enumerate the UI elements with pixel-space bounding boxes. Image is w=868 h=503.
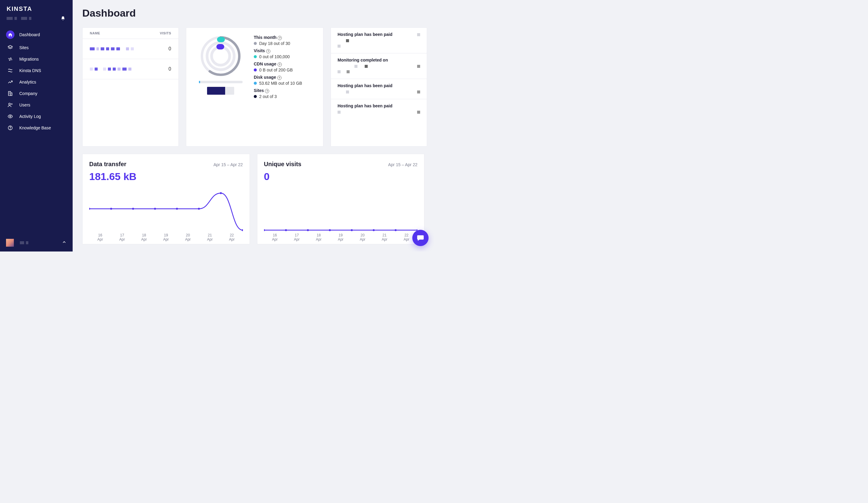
sidebar-item-company[interactable]: Company [0,88,73,99]
sidebar-footer [0,234,73,252]
data-transfer-chart: Data transfer Apr 15 – Apr 22 181.65 kB … [82,154,250,244]
sidebar-item-label: Users [19,103,30,107]
list-item[interactable]: Hosting plan has been paid [331,28,427,53]
question-circle-icon [6,125,14,131]
svg-point-23 [351,229,352,231]
svg-point-24 [373,229,374,231]
svg-point-17 [220,192,222,194]
stat-this-month: This month? Day 18 out of 30 [254,35,316,46]
svg-point-4 [10,116,11,117]
user-plus-icon [6,102,14,107]
user-name[interactable] [20,241,58,244]
transfer-icon [6,57,14,62]
sidebar-item-sites[interactable]: Sites [0,42,73,53]
col-visits: VISITS [160,31,171,35]
notifications-card: Hosting plan has been paid Monitoring co… [331,28,427,146]
svg-point-10 [211,47,230,65]
site-name-redacted [90,47,134,50]
svg-point-13 [132,208,134,209]
sidebar-item-label: Sites [19,45,29,50]
sites-card: NAME VISITS [82,28,179,146]
help-icon[interactable]: ? [278,62,282,66]
main-content: Dashboard NAME VISITS [73,0,434,252]
sidebar-item-label: Activity Log [19,114,41,119]
list-item[interactable]: Monitoring completed on [331,53,427,79]
eye-icon [6,114,14,119]
notification-text: Hosting plan has been paid [338,32,420,37]
site-visits: 0 [168,46,171,52]
sidebar-item-label: Dashboard [19,32,40,37]
chart-title: Data transfer [89,161,126,168]
building-icon [6,91,14,96]
primary-nav: Dashboard Sites Migrations Kinsta DNS [0,28,73,234]
svg-point-3 [9,103,11,105]
list-item[interactable]: Hosting plan has been paid [331,79,427,99]
sidebar-item-label: Migrations [19,57,39,62]
line-chart [89,185,243,234]
chart-range: Apr 15 – Apr 22 [388,162,417,167]
unique-visits-chart: Unique visits Apr 15 – Apr 22 0 16 Apr17… [257,154,425,244]
house-icon [6,30,14,39]
sidebar-item-analytics[interactable]: Analytics [0,76,73,88]
svg-marker-0 [8,45,13,48]
sidebar-item-label: Company [19,91,37,96]
svg-point-22 [329,229,331,231]
sidebar-item-label: Analytics [19,80,36,84]
notification-text: Hosting plan has been paid [338,83,420,88]
chart-range: Apr 15 – Apr 22 [214,162,242,167]
svg-point-12 [110,208,112,209]
stat-sites: Sites? 2 out of 3 [254,88,316,99]
table-row[interactable]: 0 [83,39,178,59]
sidebar-item-activity-log[interactable]: Activity Log [0,111,73,122]
help-icon[interactable]: ? [265,89,269,93]
radial-gauge [199,35,242,77]
svg-point-15 [176,208,178,209]
svg-point-21 [307,229,309,231]
layers-icon [6,45,14,50]
help-icon[interactable]: ? [278,36,282,40]
svg-point-16 [198,208,200,209]
list-item[interactable]: Hosting plan has been paid [331,99,427,119]
help-icon[interactable]: ? [277,76,281,80]
usage-card: This month? Day 18 out of 30 Visits? 0 o… [186,28,323,146]
svg-rect-2 [11,93,12,95]
brand-logo: KINSTA [0,0,73,13]
chat-button[interactable] [412,230,428,246]
table-row[interactable]: 0 [83,59,178,79]
svg-point-6 [10,129,10,129]
chat-icon [416,234,424,242]
sidebar-item-label: Kinsta DNS [19,68,41,73]
svg-point-18 [242,229,242,231]
sidebar-item-kinsta-dns[interactable]: Kinsta DNS [0,65,73,76]
account-identifier[interactable] [7,17,31,20]
svg-point-14 [154,208,156,209]
dns-icon [6,68,14,73]
sidebar-item-users[interactable]: Users [0,99,73,111]
sidebar-item-knowledge-base[interactable]: Knowledge Base [0,122,73,134]
line-chart [264,185,418,234]
chart-title: Unique visits [264,161,301,168]
page-title: Dashboard [82,7,424,19]
svg-point-20 [285,229,287,231]
stat-disk: Disk usage? 53.62 MB out of 10 GB [254,75,316,86]
bell-icon[interactable] [60,16,66,21]
col-name: NAME [90,31,100,35]
help-icon[interactable]: ? [266,49,270,53]
sidebar-item-dashboard[interactable]: Dashboard [0,28,73,42]
stat-cdn: CDN usage? 0 B out of 200 GB [254,62,316,72]
trending-icon [6,79,14,85]
chevron-up-icon[interactable] [62,240,66,246]
stat-visits: Visits? 0 out of 100,000 [254,48,316,59]
notification-text: Hosting plan has been paid [338,103,420,108]
chart-value: 181.65 kB [89,171,243,183]
sidebar-item-label: Knowledge Base [19,125,51,130]
sites-usage-boxes [207,87,234,95]
svg-point-25 [394,229,396,231]
svg-point-19 [264,229,265,231]
avatar[interactable] [6,239,14,247]
sidebar: KINSTA Dashboard Sites [0,0,73,252]
sidebar-item-migrations[interactable]: Migrations [0,53,73,65]
svg-point-11 [89,208,90,209]
site-visits: 0 [168,66,171,72]
notification-text: Monitoring completed on [338,58,420,62]
